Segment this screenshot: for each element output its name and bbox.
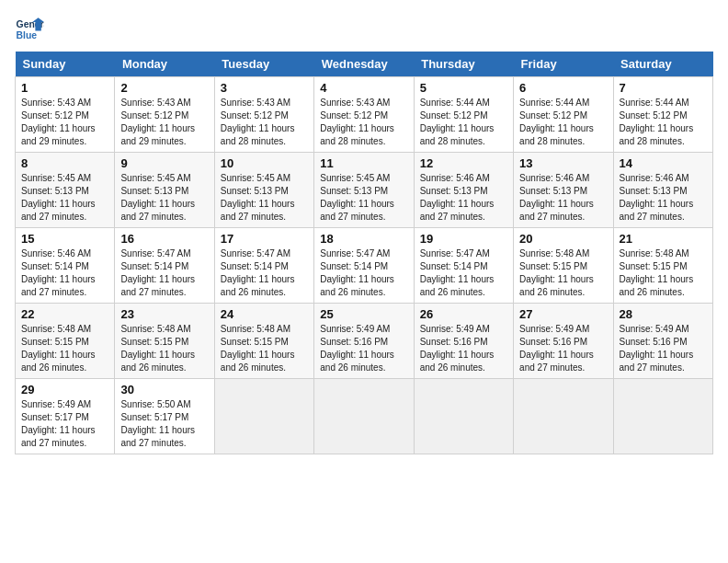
day-number: 18 xyxy=(320,232,407,246)
day-number: 10 xyxy=(221,156,308,170)
calendar-cell: 9Sunrise: 5:45 AMSunset: 5:13 PMDaylight… xyxy=(115,153,214,228)
calendar-cell: 5Sunrise: 5:44 AMSunset: 5:12 PMDaylight… xyxy=(414,77,513,153)
day-number: 5 xyxy=(420,81,507,95)
calendar-cell: 27Sunrise: 5:49 AMSunset: 5:16 PMDayligh… xyxy=(514,304,613,379)
logo-icon: General Blue xyxy=(15,15,44,44)
calendar-cell: 25Sunrise: 5:49 AMSunset: 5:16 PMDayligh… xyxy=(314,304,414,379)
day-info: Sunrise: 5:47 AMSunset: 5:14 PMDaylight:… xyxy=(320,247,407,299)
calendar-cell: 24Sunrise: 5:48 AMSunset: 5:15 PMDayligh… xyxy=(214,304,313,379)
calendar-cell: 23Sunrise: 5:48 AMSunset: 5:15 PMDayligh… xyxy=(115,304,214,379)
calendar-cell: 13Sunrise: 5:46 AMSunset: 5:13 PMDayligh… xyxy=(514,153,613,228)
day-number: 15 xyxy=(21,232,108,246)
day-info: Sunrise: 5:47 AMSunset: 5:14 PMDaylight:… xyxy=(420,247,507,299)
calendar-cell: 1Sunrise: 5:43 AMSunset: 5:12 PMDaylight… xyxy=(16,77,115,153)
day-number: 25 xyxy=(320,307,407,321)
day-info: Sunrise: 5:49 AMSunset: 5:16 PMDaylight:… xyxy=(420,323,507,374)
day-number: 11 xyxy=(320,156,407,170)
calendar-cell: 15Sunrise: 5:46 AMSunset: 5:14 PMDayligh… xyxy=(16,228,115,304)
day-number: 4 xyxy=(320,81,407,95)
day-info: Sunrise: 5:48 AMSunset: 5:15 PMDaylight:… xyxy=(620,247,707,299)
calendar-cell xyxy=(414,379,513,454)
day-header-tuesday: Tuesday xyxy=(214,52,313,77)
day-info: Sunrise: 5:50 AMSunset: 5:17 PMDaylight:… xyxy=(120,398,208,450)
day-info: Sunrise: 5:43 AMSunset: 5:12 PMDaylight:… xyxy=(320,97,407,148)
calendar-cell: 17Sunrise: 5:47 AMSunset: 5:14 PMDayligh… xyxy=(214,228,313,304)
calendar-cell xyxy=(314,379,414,454)
day-info: Sunrise: 5:46 AMSunset: 5:13 PMDaylight:… xyxy=(420,172,507,224)
calendar-cell: 3Sunrise: 5:43 AMSunset: 5:12 PMDaylight… xyxy=(214,77,313,153)
calendar-cell: 2Sunrise: 5:43 AMSunset: 5:12 PMDaylight… xyxy=(115,77,214,153)
logo: General Blue xyxy=(15,15,44,44)
calendar-cell: 29Sunrise: 5:49 AMSunset: 5:17 PMDayligh… xyxy=(16,379,115,454)
day-number: 17 xyxy=(221,232,308,246)
day-info: Sunrise: 5:46 AMSunset: 5:14 PMDaylight:… xyxy=(21,247,108,299)
day-info: Sunrise: 5:48 AMSunset: 5:15 PMDaylight:… xyxy=(21,323,108,374)
day-number: 23 xyxy=(120,307,208,321)
day-info: Sunrise: 5:49 AMSunset: 5:16 PMDaylight:… xyxy=(620,323,707,374)
calendar-cell: 18Sunrise: 5:47 AMSunset: 5:14 PMDayligh… xyxy=(314,228,414,304)
calendar-week-1: 1Sunrise: 5:43 AMSunset: 5:12 PMDaylight… xyxy=(16,77,713,153)
day-info: Sunrise: 5:48 AMSunset: 5:15 PMDaylight:… xyxy=(519,247,607,299)
day-info: Sunrise: 5:46 AMSunset: 5:13 PMDaylight:… xyxy=(519,172,607,224)
day-number: 29 xyxy=(21,383,108,396)
day-info: Sunrise: 5:48 AMSunset: 5:15 PMDaylight:… xyxy=(221,323,308,374)
calendar-cell: 12Sunrise: 5:46 AMSunset: 5:13 PMDayligh… xyxy=(414,153,513,228)
day-info: Sunrise: 5:49 AMSunset: 5:17 PMDaylight:… xyxy=(21,398,108,450)
calendar-cell xyxy=(613,379,712,454)
day-number: 8 xyxy=(21,156,108,170)
day-info: Sunrise: 5:45 AMSunset: 5:13 PMDaylight:… xyxy=(21,172,108,224)
day-info: Sunrise: 5:46 AMSunset: 5:13 PMDaylight:… xyxy=(620,172,707,224)
calendar-cell: 11Sunrise: 5:45 AMSunset: 5:13 PMDayligh… xyxy=(314,153,414,228)
calendar-cell: 26Sunrise: 5:49 AMSunset: 5:16 PMDayligh… xyxy=(414,304,513,379)
header-row: SundayMondayTuesdayWednesdayThursdayFrid… xyxy=(16,52,713,77)
calendar-cell: 16Sunrise: 5:47 AMSunset: 5:14 PMDayligh… xyxy=(115,228,214,304)
calendar-cell xyxy=(514,379,613,454)
calendar-cell: 21Sunrise: 5:48 AMSunset: 5:15 PMDayligh… xyxy=(613,228,712,304)
day-info: Sunrise: 5:43 AMSunset: 5:12 PMDaylight:… xyxy=(120,97,208,148)
day-number: 9 xyxy=(120,156,208,170)
day-number: 19 xyxy=(420,232,507,246)
day-info: Sunrise: 5:44 AMSunset: 5:12 PMDaylight:… xyxy=(420,97,507,148)
day-number: 12 xyxy=(420,156,507,170)
day-info: Sunrise: 5:44 AMSunset: 5:12 PMDaylight:… xyxy=(620,97,707,148)
day-header-monday: Monday xyxy=(115,52,214,77)
day-number: 30 xyxy=(120,383,208,396)
day-number: 14 xyxy=(620,156,707,170)
day-info: Sunrise: 5:45 AMSunset: 5:13 PMDaylight:… xyxy=(221,172,308,224)
calendar-cell xyxy=(214,379,313,454)
day-info: Sunrise: 5:43 AMSunset: 5:12 PMDaylight:… xyxy=(221,97,308,148)
day-header-wednesday: Wednesday xyxy=(314,52,414,77)
calendar-cell: 19Sunrise: 5:47 AMSunset: 5:14 PMDayligh… xyxy=(414,228,513,304)
day-info: Sunrise: 5:47 AMSunset: 5:14 PMDaylight:… xyxy=(221,247,308,299)
day-number: 20 xyxy=(519,232,607,246)
day-number: 7 xyxy=(620,81,707,95)
day-number: 3 xyxy=(221,81,308,95)
day-number: 24 xyxy=(221,307,308,321)
day-info: Sunrise: 5:49 AMSunset: 5:16 PMDaylight:… xyxy=(519,323,607,374)
day-info: Sunrise: 5:43 AMSunset: 5:12 PMDaylight:… xyxy=(21,97,108,148)
day-info: Sunrise: 5:44 AMSunset: 5:12 PMDaylight:… xyxy=(519,97,607,148)
calendar-cell: 22Sunrise: 5:48 AMSunset: 5:15 PMDayligh… xyxy=(16,304,115,379)
day-number: 1 xyxy=(21,81,108,95)
day-info: Sunrise: 5:47 AMSunset: 5:14 PMDaylight:… xyxy=(120,247,208,299)
calendar-cell: 30Sunrise: 5:50 AMSunset: 5:17 PMDayligh… xyxy=(115,379,214,454)
day-number: 16 xyxy=(120,232,208,246)
day-number: 21 xyxy=(620,232,707,246)
day-number: 28 xyxy=(620,307,707,321)
calendar-cell: 7Sunrise: 5:44 AMSunset: 5:12 PMDaylight… xyxy=(613,77,712,153)
calendar-cell: 10Sunrise: 5:45 AMSunset: 5:13 PMDayligh… xyxy=(214,153,313,228)
day-number: 6 xyxy=(519,81,607,95)
day-number: 26 xyxy=(420,307,507,321)
day-info: Sunrise: 5:49 AMSunset: 5:16 PMDaylight:… xyxy=(320,323,407,374)
calendar-cell: 14Sunrise: 5:46 AMSunset: 5:13 PMDayligh… xyxy=(613,153,712,228)
header: General Blue xyxy=(15,15,713,44)
day-info: Sunrise: 5:45 AMSunset: 5:13 PMDaylight:… xyxy=(320,172,407,224)
day-header-sunday: Sunday xyxy=(16,52,115,77)
day-header-friday: Friday xyxy=(514,52,613,77)
calendar-week-5: 29Sunrise: 5:49 AMSunset: 5:17 PMDayligh… xyxy=(16,379,713,454)
day-number: 2 xyxy=(120,81,208,95)
day-number: 22 xyxy=(21,307,108,321)
calendar-cell: 20Sunrise: 5:48 AMSunset: 5:15 PMDayligh… xyxy=(514,228,613,304)
calendar-cell: 4Sunrise: 5:43 AMSunset: 5:12 PMDaylight… xyxy=(314,77,414,153)
calendar-week-4: 22Sunrise: 5:48 AMSunset: 5:15 PMDayligh… xyxy=(16,304,713,379)
